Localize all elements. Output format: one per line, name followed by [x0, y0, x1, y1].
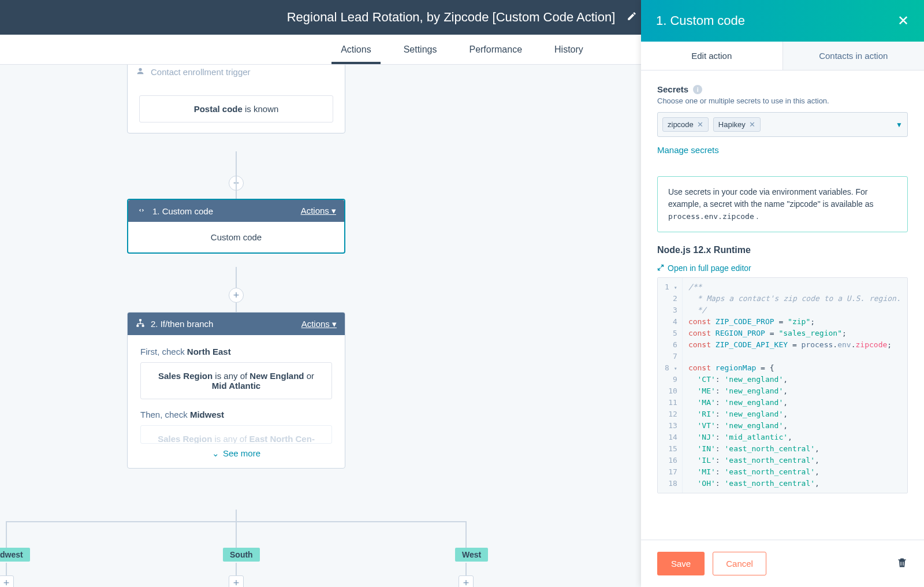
panel-footer: Save Cancel: [641, 540, 924, 587]
custom-code-body: Custom code: [128, 222, 344, 252]
code-lines[interactable]: /** * Maps a contact's zip code to a U.S…: [683, 278, 907, 493]
chevron-down-icon: ▼: [896, 121, 903, 129]
info-icon[interactable]: i: [693, 85, 702, 94]
manage-secrets-link[interactable]: Manage secrets: [657, 145, 719, 155]
connector: [465, 563, 467, 577]
save-button[interactable]: Save: [657, 552, 705, 575]
branch-body: First, check North East Sales Region is …: [128, 335, 345, 468]
open-fullpage-link[interactable]: Open in full page editor: [657, 263, 908, 273]
svg-rect-3: [142, 325, 144, 326]
node-branch[interactable]: 2. If/then branch Actions ▾ First, check…: [127, 312, 345, 469]
panel-tabs: Edit action Contacts in action: [641, 42, 924, 70]
branch-add-1[interactable]: +: [229, 575, 244, 587]
tab-history[interactable]: History: [538, 35, 599, 64]
trigger-body: Postal code is known: [128, 85, 345, 133]
chip-hapikey: Hapikey✕: [713, 117, 761, 132]
svg-rect-5: [903, 562, 903, 566]
branch-actions-dropdown[interactable]: Actions ▾: [301, 319, 337, 329]
custom-code-title: 1. Custom code: [152, 206, 213, 216]
secrets-hint: Use secrets in your code via environment…: [657, 176, 908, 232]
trigger-title: Contact enrollment trigger: [151, 67, 251, 77]
node-trigger[interactable]: Contact enrollment trigger Postal code i…: [127, 65, 345, 133]
svg-rect-2: [136, 325, 139, 326]
chip-zipcode: zipcode✕: [662, 117, 709, 132]
see-more-link[interactable]: ⌄See more: [140, 444, 332, 460]
chevron-down-icon: ▾: [331, 206, 336, 216]
close-icon[interactable]: ✕: [897, 13, 909, 29]
edit-title-icon[interactable]: [627, 11, 637, 24]
chevron-down-icon: ▾: [332, 319, 337, 329]
chevron-down-icon: ⌄: [212, 448, 219, 458]
branch-pill-0[interactable]: dwest: [0, 548, 30, 562]
side-panel: 1. Custom code ✕ Edit action Contacts in…: [641, 0, 924, 587]
connector: [465, 521, 467, 548]
node-custom-code[interactable]: 1. Custom code Actions ▾ Custom code: [127, 199, 345, 254]
trigger-header: Contact enrollment trigger: [128, 65, 345, 85]
branch-icon: [136, 318, 145, 329]
branch-pill-2[interactable]: West: [455, 548, 488, 562]
branch-first-check: First, check North East: [140, 339, 332, 362]
svg-rect-1: [139, 319, 141, 321]
remove-chip-icon[interactable]: ✕: [697, 120, 703, 129]
panel-body: Secrets i Choose one or multiple secrets…: [641, 70, 924, 540]
connector: [236, 510, 237, 522]
tab-performance[interactable]: Performance: [453, 35, 538, 64]
svg-point-0: [139, 68, 141, 71]
tab-actions[interactable]: Actions: [325, 35, 387, 64]
runtime-label: Node.js 12.x Runtime: [657, 245, 908, 255]
connector: [236, 151, 237, 199]
add-step-2[interactable]: +: [229, 288, 244, 303]
secrets-label: Secrets i: [657, 84, 908, 94]
workflow-title: Regional Lead Rotation, by Zipcode [Cust…: [287, 10, 616, 25]
secrets-select[interactable]: zipcode✕ Hapikey✕ ▼: [657, 112, 908, 137]
code-icon: [136, 206, 147, 216]
delete-icon[interactable]: [896, 556, 908, 571]
tab-settings[interactable]: Settings: [388, 35, 453, 64]
custom-code-header: 1. Custom code Actions ▾: [128, 200, 344, 222]
branch-add-2[interactable]: +: [459, 575, 474, 587]
svg-rect-4: [901, 562, 901, 566]
secrets-sublabel: Choose one or multiple secrets to use in…: [657, 96, 908, 105]
panel-title: 1. Custom code: [656, 13, 897, 28]
connector: [6, 563, 7, 577]
branch-header: 2. If/then branch Actions ▾: [128, 313, 345, 335]
branch-title: 2. If/then branch: [151, 319, 213, 329]
code-gutter: 1 ▾2345678 ▾9101112131415161718: [658, 278, 683, 493]
remove-chip-icon[interactable]: ✕: [749, 120, 755, 129]
panel-tab-edit[interactable]: Edit action: [641, 42, 783, 70]
connector: [236, 521, 237, 548]
connector: [6, 521, 7, 548]
expand-icon: [657, 263, 664, 273]
contact-icon: [136, 66, 145, 77]
connector: [236, 563, 237, 577]
branch-condition-1: Sales Region is any of New England or Mi…: [140, 362, 332, 399]
branch-condition-2: Sales Region is any of East North Cen-: [140, 425, 332, 444]
custom-code-actions-dropdown[interactable]: Actions ▾: [301, 206, 336, 216]
code-editor[interactable]: 1 ▾2345678 ▾9101112131415161718 /** * Ma…: [657, 277, 908, 493]
cancel-button[interactable]: Cancel: [713, 552, 766, 575]
trigger-condition: Postal code is known: [139, 95, 333, 122]
branch-then-check: Then, check Midwest: [140, 399, 332, 425]
branch-add-0[interactable]: +: [0, 575, 14, 587]
panel-header: 1. Custom code ✕: [641, 0, 924, 42]
branch-pill-1[interactable]: South: [223, 548, 260, 562]
panel-tab-contacts[interactable]: Contacts in action: [783, 42, 925, 70]
workflow-canvas[interactable]: Contact enrollment trigger Postal code i…: [0, 65, 641, 587]
